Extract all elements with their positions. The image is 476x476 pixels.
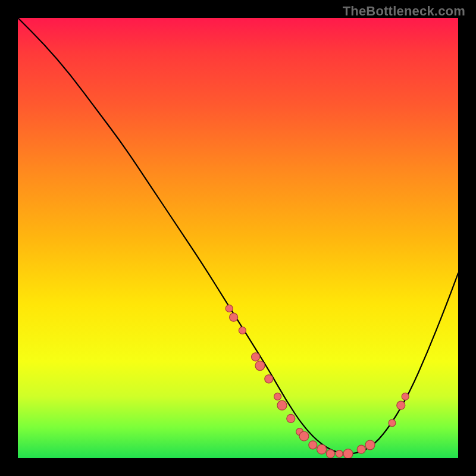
data-marker — [343, 449, 353, 458]
data-marker — [265, 375, 273, 383]
data-marker — [255, 361, 265, 371]
data-marker — [252, 353, 260, 361]
watermark-label: TheBottleneck.com — [343, 4, 465, 19]
bottleneck-curve — [18, 18, 458, 454]
chart-stage: TheBottleneck.com — [0, 0, 476, 476]
data-marker — [357, 445, 365, 453]
data-marker — [402, 393, 409, 400]
plot-area — [18, 18, 458, 458]
data-marker — [230, 313, 238, 321]
data-marker — [336, 450, 343, 458]
data-marker — [317, 444, 327, 454]
data-marker — [287, 414, 295, 422]
data-marker — [239, 327, 246, 334]
data-marker — [365, 440, 375, 450]
data-marker — [299, 431, 309, 441]
data-marker — [277, 400, 287, 410]
data-marker — [326, 450, 334, 458]
marker-layer — [226, 305, 409, 458]
chart-svg — [18, 18, 458, 458]
data-marker — [226, 305, 233, 312]
data-marker — [274, 393, 281, 400]
data-marker — [309, 441, 317, 449]
data-marker — [389, 419, 396, 427]
data-marker — [397, 401, 405, 409]
